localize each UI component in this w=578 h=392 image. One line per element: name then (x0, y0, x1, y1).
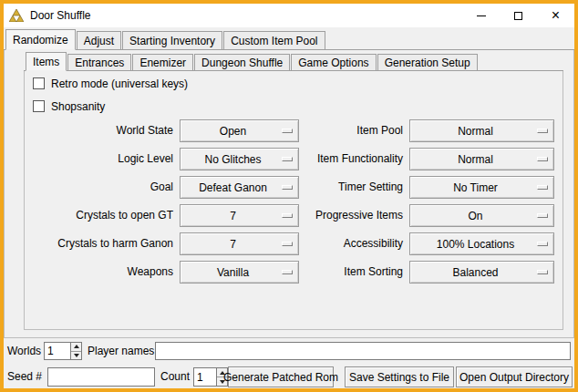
item-functionality-label: Item Functionality (259, 148, 403, 170)
dropdown-indicator-icon (537, 213, 548, 218)
worlds-label: Worlds (7, 342, 41, 360)
item-functionality-value: Normal (458, 153, 506, 166)
count-input[interactable] (193, 367, 216, 387)
up-arrow-icon (74, 345, 79, 348)
minimize-icon (477, 15, 486, 16)
tab-dungeon-shuffle[interactable]: Dungeon Shuffle (194, 54, 290, 70)
seed-input[interactable] (47, 367, 155, 387)
tab-enemizer[interactable]: Enemizer (132, 54, 193, 70)
progressive-items-dropdown[interactable]: On (409, 204, 554, 227)
shopsanity-checkbox[interactable]: Shopsanity (33, 99, 105, 113)
down-arrow-icon (74, 354, 79, 357)
tab-generation-setup[interactable]: Generation Setup (377, 54, 478, 70)
dropdown-indicator-icon (537, 157, 548, 161)
worlds-spinbox (44, 342, 82, 360)
crystals-open-gt-label: Crystals to open GT (31, 204, 173, 227)
dropdown-indicator-icon (537, 129, 548, 133)
save-settings-button[interactable]: Save Settings to File (345, 366, 454, 387)
close-button[interactable]: × (537, 4, 574, 27)
item-pool-value: Normal (458, 125, 506, 138)
shopsanity-label: Shopsanity (51, 100, 105, 113)
dropdown-indicator-icon (537, 185, 548, 190)
crystals-open-gt-value: 7 (230, 210, 249, 222)
logic-level-label: Logic Level (31, 148, 173, 170)
titlebar: Door Shuffle × (4, 4, 574, 27)
crystals-harm-ganon-value: 7 (230, 238, 249, 251)
tab-adjust[interactable]: Adjust (77, 31, 121, 49)
accessibility-value: 100% Locations (437, 238, 527, 251)
item-pool-label: Item Pool (259, 119, 403, 142)
dropdown-indicator-icon (537, 270, 548, 274)
inner-tab-bar: Items Entrances Enemizer Dungeon Shuffle… (24, 52, 563, 71)
weapons-label: Weapons (31, 261, 173, 284)
timer-setting-label: Timer Setting (259, 176, 403, 199)
tab-items[interactable]: Items (26, 52, 67, 71)
window-title: Door Shuffle (30, 9, 91, 22)
checkbox-box-icon (33, 77, 45, 89)
timer-setting-dropdown[interactable]: No Timer (409, 176, 554, 199)
tab-randomize[interactable]: Randomize (5, 29, 76, 50)
window: Door Shuffle × Randomize Adjust Starting… (0, 0, 578, 392)
checkbox-box-icon (33, 100, 45, 112)
goal-label: Goal (31, 176, 173, 199)
player-names-input[interactable] (155, 342, 571, 360)
worlds-spin-buttons (70, 342, 82, 360)
item-sorting-dropdown[interactable]: Balanced (409, 261, 554, 284)
maximize-icon (514, 12, 522, 20)
crystals-harm-ganon-label: Crystals to harm Ganon (31, 232, 173, 255)
tab-custom-item-pool[interactable]: Custom Item Pool (223, 31, 325, 49)
worlds-spin-up-button[interactable] (71, 343, 81, 351)
worlds-spin-down-button[interactable] (71, 351, 81, 360)
close-icon: × (552, 8, 560, 23)
dropdown-indicator-icon (537, 242, 548, 246)
timer-setting-value: No Timer (453, 181, 511, 194)
app-icon (9, 9, 24, 22)
accessibility-dropdown[interactable]: 100% Locations (409, 232, 554, 255)
item-sorting-label: Item Sorting (259, 261, 403, 284)
world-state-value: Open (220, 125, 259, 138)
world-state-label: World State (31, 119, 173, 142)
window-controls: × (462, 4, 574, 27)
tab-starting-inventory[interactable]: Starting Inventory (122, 31, 222, 49)
tab-game-options[interactable]: Game Options (291, 54, 376, 70)
open-output-directory-button[interactable]: Open Output Directory (456, 366, 573, 387)
item-functionality-dropdown[interactable]: Normal (409, 148, 554, 170)
tab-entrances[interactable]: Entrances (67, 54, 131, 70)
client-area: Randomize Adjust Starting Inventory Cust… (4, 27, 574, 388)
minimize-button[interactable] (462, 4, 500, 27)
item-sorting-value: Balanced (452, 266, 511, 279)
worlds-input[interactable] (44, 342, 70, 360)
maximize-button[interactable] (500, 4, 537, 27)
player-names-label: Player names (88, 342, 154, 360)
retro-mode-checkbox[interactable]: Retro mode (universal keys) (33, 77, 188, 90)
seed-label: Seed # (7, 367, 42, 387)
retro-mode-label: Retro mode (universal keys) (51, 77, 188, 90)
item-pool-dropdown[interactable]: Normal (409, 119, 554, 142)
progressive-items-label: Progressive Items (259, 204, 403, 227)
outer-tab-bar: Randomize Adjust Starting Inventory Cust… (4, 29, 574, 50)
generate-patched-rom-button[interactable]: Generate Patched Rom (228, 366, 334, 387)
progressive-items-value: On (468, 210, 495, 222)
accessibility-label: Accessibility (259, 232, 403, 255)
weapons-value: Vanilla (217, 266, 262, 279)
count-label: Count (160, 367, 190, 387)
